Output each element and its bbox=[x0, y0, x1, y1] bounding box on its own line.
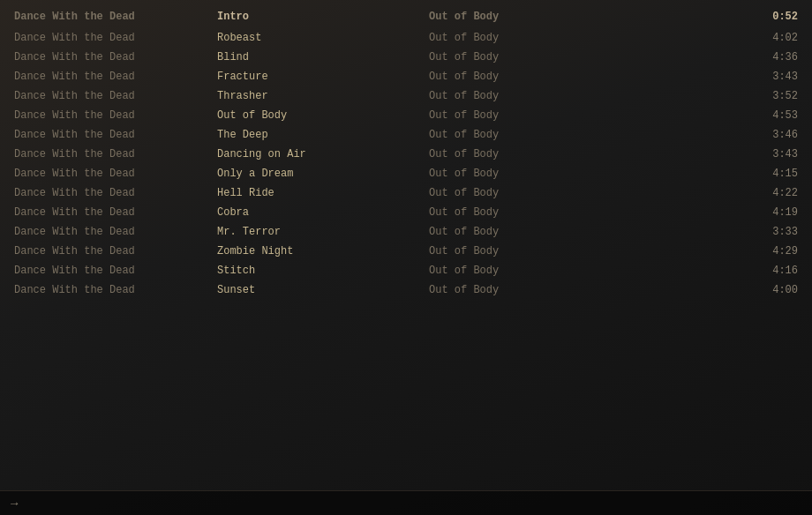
track-album: Out of Body bbox=[429, 49, 605, 65]
track-duration: 4:19 bbox=[605, 205, 798, 220]
track-artist: Dance With the Dead bbox=[14, 127, 217, 143]
track-artist: Dance With the Dead bbox=[14, 108, 217, 123]
track-duration: 3:33 bbox=[605, 224, 798, 240]
track-list: Dance With the Dead Intro Out of Body 0:… bbox=[0, 0, 812, 307]
track-duration: 4:29 bbox=[605, 243, 798, 259]
table-row[interactable]: Dance With the DeadZombie NightOut of Bo… bbox=[0, 242, 812, 261]
header-duration: 0:52 bbox=[605, 9, 798, 25]
track-title: Thrasher bbox=[217, 88, 429, 104]
header-album: Out of Body bbox=[429, 9, 605, 25]
table-row[interactable]: Dance With the DeadDancing on AirOut of … bbox=[0, 145, 812, 164]
track-list-header: Dance With the Dead Intro Out of Body 0:… bbox=[0, 7, 812, 26]
track-title: Robeast bbox=[217, 30, 429, 46]
table-row[interactable]: Dance With the DeadThe DeepOut of Body3:… bbox=[0, 125, 812, 145]
table-row[interactable]: Dance With the DeadSunsetOut of Body4:00 bbox=[0, 280, 812, 300]
track-album: Out of Body bbox=[429, 108, 605, 123]
track-duration: 4:22 bbox=[605, 185, 798, 201]
table-row[interactable]: Dance With the DeadHell RideOut of Body4… bbox=[0, 183, 812, 203]
track-title: Only a Dream bbox=[217, 166, 429, 182]
track-album: Out of Body bbox=[429, 30, 605, 46]
track-album: Out of Body bbox=[429, 205, 605, 220]
track-artist: Dance With the Dead bbox=[14, 49, 217, 65]
track-title: Dancing on Air bbox=[217, 146, 429, 162]
track-album: Out of Body bbox=[429, 224, 605, 240]
table-row[interactable]: Dance With the DeadRobeastOut of Body4:0… bbox=[0, 28, 812, 48]
track-artist: Dance With the Dead bbox=[14, 205, 217, 220]
track-duration: 4:00 bbox=[605, 282, 798, 298]
track-duration: 4:02 bbox=[605, 30, 798, 46]
track-title: Sunset bbox=[217, 282, 429, 298]
track-duration: 3:52 bbox=[605, 88, 798, 104]
track-album: Out of Body bbox=[429, 166, 605, 182]
table-row[interactable]: Dance With the DeadOnly a DreamOut of Bo… bbox=[0, 164, 812, 183]
table-row[interactable]: Dance With the DeadOut of BodyOut of Bod… bbox=[0, 106, 812, 125]
track-album: Out of Body bbox=[429, 282, 605, 298]
track-duration: 4:36 bbox=[605, 49, 798, 65]
track-album: Out of Body bbox=[429, 69, 605, 85]
track-title: The Deep bbox=[217, 127, 429, 143]
arrow-icon: → bbox=[11, 496, 18, 511]
track-title: Fracture bbox=[217, 69, 429, 85]
track-artist: Dance With the Dead bbox=[14, 146, 217, 162]
track-duration: 4:16 bbox=[605, 263, 798, 279]
track-title: Hell Ride bbox=[217, 185, 429, 201]
track-title: Out of Body bbox=[217, 108, 429, 123]
track-duration: 3:46 bbox=[605, 127, 798, 143]
track-title: Blind bbox=[217, 49, 429, 65]
track-album: Out of Body bbox=[429, 127, 605, 143]
track-album: Out of Body bbox=[429, 88, 605, 104]
header-artist: Dance With the Dead bbox=[14, 9, 217, 25]
track-artist: Dance With the Dead bbox=[14, 185, 217, 201]
track-duration: 4:53 bbox=[605, 108, 798, 123]
bottom-bar: → bbox=[0, 490, 812, 515]
track-duration: 4:15 bbox=[605, 166, 798, 182]
track-title: Cobra bbox=[217, 205, 429, 220]
track-artist: Dance With the Dead bbox=[14, 282, 217, 298]
table-row[interactable]: Dance With the DeadBlindOut of Body4:36 bbox=[0, 48, 812, 67]
track-artist: Dance With the Dead bbox=[14, 224, 217, 240]
track-artist: Dance With the Dead bbox=[14, 88, 217, 104]
track-album: Out of Body bbox=[429, 263, 605, 279]
table-row[interactable]: Dance With the DeadFractureOut of Body3:… bbox=[0, 67, 812, 86]
table-row[interactable]: Dance With the DeadMr. TerrorOut of Body… bbox=[0, 222, 812, 242]
track-album: Out of Body bbox=[429, 185, 605, 201]
track-title: Zombie Night bbox=[217, 243, 429, 259]
header-title: Intro bbox=[217, 9, 429, 25]
track-artist: Dance With the Dead bbox=[14, 30, 217, 46]
table-row[interactable]: Dance With the DeadCobraOut of Body4:19 bbox=[0, 203, 812, 222]
track-title: Stitch bbox=[217, 263, 429, 279]
track-artist: Dance With the Dead bbox=[14, 166, 217, 182]
track-artist: Dance With the Dead bbox=[14, 263, 217, 279]
track-artist: Dance With the Dead bbox=[14, 243, 217, 259]
table-row[interactable]: Dance With the DeadThrasherOut of Body3:… bbox=[0, 86, 812, 106]
track-album: Out of Body bbox=[429, 243, 605, 259]
track-title: Mr. Terror bbox=[217, 224, 429, 240]
track-duration: 3:43 bbox=[605, 146, 798, 162]
track-duration: 3:43 bbox=[605, 69, 798, 85]
track-album: Out of Body bbox=[429, 146, 605, 162]
track-artist: Dance With the Dead bbox=[14, 69, 217, 85]
table-row[interactable]: Dance With the DeadStitchOut of Body4:16 bbox=[0, 261, 812, 280]
